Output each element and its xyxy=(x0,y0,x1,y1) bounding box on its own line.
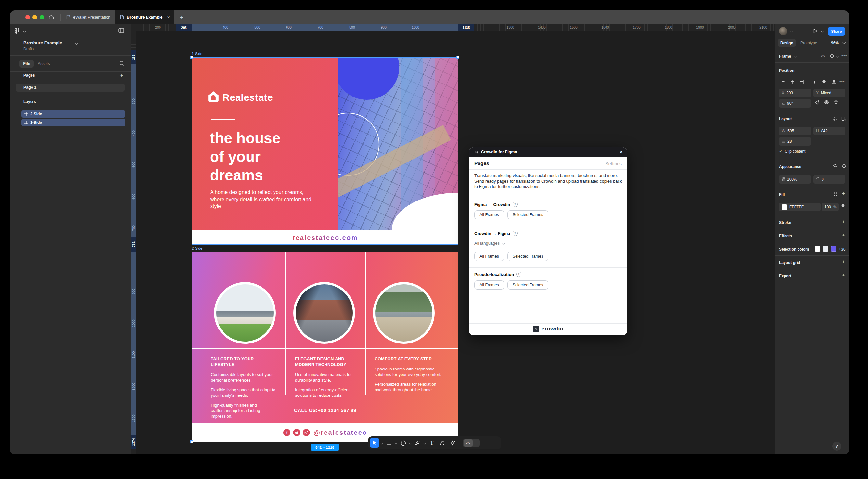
selection-colors-overflow[interactable]: +36 xyxy=(839,247,845,251)
fill-color-field[interactable]: FFFFFF xyxy=(779,203,820,211)
align-left-icon[interactable] xyxy=(778,78,787,85)
rotate-icon[interactable] xyxy=(815,100,819,105)
fill-opacity-field[interactable]: 100% xyxy=(822,203,839,211)
remove-fill-icon[interactable]: − xyxy=(846,203,849,208)
tab-ewallet-presentation[interactable]: eWallet Presentation xyxy=(62,10,115,24)
color-swatch[interactable] xyxy=(815,246,820,251)
selection-handle[interactable] xyxy=(190,56,193,59)
color-swatch[interactable] xyxy=(823,246,828,251)
tab-design[interactable]: Design xyxy=(778,39,796,47)
chevron-down-icon[interactable] xyxy=(789,29,793,32)
frame-label-2-side[interactable]: 2-Side xyxy=(192,246,203,250)
align-top-icon[interactable] xyxy=(810,78,818,85)
add-layout-grid-icon[interactable]: + xyxy=(842,259,845,264)
move-tool-chevron[interactable] xyxy=(380,438,383,448)
eye-icon[interactable] xyxy=(841,204,845,207)
shape-tool[interactable] xyxy=(398,438,408,448)
add-autolayout-icon[interactable] xyxy=(841,116,846,121)
align-v-center-icon[interactable] xyxy=(820,78,828,85)
pen-tool-chevron[interactable] xyxy=(423,438,426,448)
frame-1-side[interactable]: Realestate the house of your dreams A ho… xyxy=(192,57,458,245)
tab-broshure-example[interactable]: Broshure Example × xyxy=(115,10,175,24)
y-position-field[interactable]: YMixed xyxy=(813,89,845,97)
selection-handle[interactable] xyxy=(190,440,193,443)
canvas[interactable]: 200 293 400 500 600 700 800 900 1000 113… xyxy=(131,24,775,454)
language-filter-dropdown[interactable]: All languages xyxy=(474,241,504,246)
search-icon[interactable] xyxy=(119,60,125,66)
eye-icon[interactable] xyxy=(833,164,838,168)
pen-tool[interactable] xyxy=(412,438,422,448)
document-location[interactable]: Drafts xyxy=(23,47,34,51)
chevron-down-icon[interactable] xyxy=(836,54,840,58)
layer-item-1-side[interactable]: 1-Side xyxy=(22,119,125,126)
align-h-center-icon[interactable] xyxy=(788,78,797,85)
actions-tool[interactable] xyxy=(447,438,457,448)
chevron-down-icon[interactable] xyxy=(23,29,26,32)
all-frames-button[interactable]: All Frames xyxy=(474,210,504,219)
add-page-icon[interactable]: + xyxy=(120,72,123,78)
frame-2-side[interactable]: TAILORED TO YOUR LIFESTYLE Customizable … xyxy=(192,252,458,442)
present-play-icon[interactable] xyxy=(813,28,818,33)
page-item[interactable]: Page 1 xyxy=(23,85,36,90)
opacity-field[interactable]: 100% xyxy=(779,175,811,184)
frame-tool[interactable] xyxy=(384,438,394,448)
height-field[interactable]: H842 xyxy=(813,127,845,135)
avatar[interactable] xyxy=(779,27,787,35)
dev-mode-toggle[interactable]: </> xyxy=(463,439,480,447)
new-tab-button[interactable]: + xyxy=(180,14,183,21)
styles-icon[interactable] xyxy=(834,192,838,196)
tab-file[interactable]: File xyxy=(20,60,34,68)
resize-to-fit-icon[interactable] xyxy=(833,116,837,121)
selected-frames-button[interactable]: Selected Frames xyxy=(507,252,548,261)
zoom-level[interactable]: 96% xyxy=(831,41,839,45)
blend-mode-icon[interactable] xyxy=(842,163,846,168)
share-button[interactable]: Share xyxy=(828,27,845,36)
collapse-panel-icon[interactable] xyxy=(118,28,124,33)
figma-menu-icon[interactable] xyxy=(15,27,20,34)
component-icon[interactable] xyxy=(830,54,834,58)
add-effect-icon[interactable]: + xyxy=(842,232,845,238)
shape-tool-chevron[interactable] xyxy=(409,438,412,448)
home-icon[interactable] xyxy=(48,14,55,21)
gap-field[interactable]: 28 xyxy=(779,137,811,146)
help-icon[interactable]: ? xyxy=(516,272,521,277)
add-stroke-icon[interactable]: + xyxy=(842,219,845,224)
align-right-icon[interactable] xyxy=(798,78,806,85)
window-zoom-button[interactable] xyxy=(40,15,44,20)
selection-handle[interactable] xyxy=(457,56,459,59)
frame-label-1-side[interactable]: 1-Side xyxy=(192,52,203,56)
plugin-nav-settings[interactable]: Settings xyxy=(605,161,622,167)
text-tool[interactable]: T xyxy=(427,438,437,448)
width-field[interactable]: W595 xyxy=(779,127,811,135)
chevron-down-icon[interactable] xyxy=(842,40,846,44)
selected-frames-button[interactable]: Selected Frames xyxy=(507,210,548,219)
layer-item-2-side[interactable]: 2-Side xyxy=(22,111,125,118)
all-frames-button[interactable]: All Frames xyxy=(474,280,504,290)
color-swatch[interactable] xyxy=(831,246,836,251)
chevron-down-icon[interactable] xyxy=(75,41,78,44)
frame-tool-chevron[interactable] xyxy=(394,438,398,448)
help-icon[interactable]: ? xyxy=(513,231,518,236)
flip-vertical-icon[interactable] xyxy=(834,100,838,105)
align-bottom-icon[interactable] xyxy=(830,78,838,85)
plugin-nav-pages[interactable]: Pages xyxy=(474,160,489,167)
all-frames-button[interactable]: All Frames xyxy=(474,252,504,261)
tab-prototype[interactable]: Prototype xyxy=(800,41,817,45)
close-tab-icon[interactable]: × xyxy=(167,14,169,20)
fill-swatch[interactable] xyxy=(782,204,787,210)
help-icon[interactable]: ? xyxy=(513,202,518,207)
selection-type[interactable]: Frame xyxy=(779,54,791,59)
close-icon[interactable]: × xyxy=(620,149,623,155)
chevron-down-icon[interactable] xyxy=(793,54,797,58)
help-button[interactable]: ? xyxy=(832,442,841,451)
plugin-header[interactable]: Crowdin for Figma × xyxy=(469,147,627,157)
selected-frames-button[interactable]: Selected Frames xyxy=(507,280,548,290)
tab-assets[interactable]: Assets xyxy=(38,61,50,66)
more-alignment-icon[interactable]: ••• xyxy=(839,79,845,84)
more-options-icon[interactable]: ••• xyxy=(841,53,847,58)
window-minimize-button[interactable] xyxy=(32,15,37,20)
rotation-field[interactable]: 90° xyxy=(779,99,811,108)
chevron-down-icon[interactable] xyxy=(820,29,824,32)
flip-horizontal-icon[interactable] xyxy=(824,100,829,105)
comment-tool[interactable] xyxy=(437,438,447,448)
